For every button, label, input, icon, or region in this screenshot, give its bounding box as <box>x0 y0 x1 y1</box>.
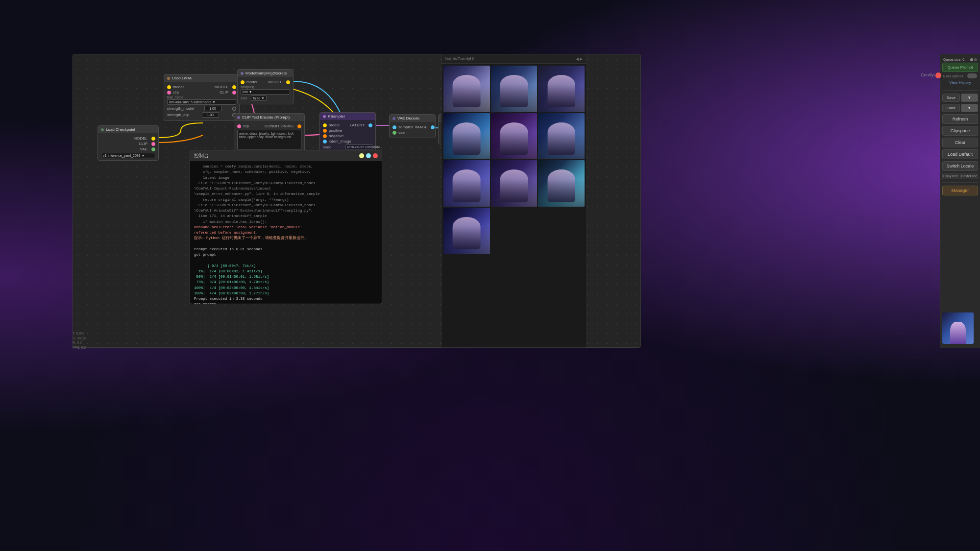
save-button[interactable]: Save <box>942 94 960 102</box>
gallery-grid <box>441 64 587 256</box>
copy-tree-button[interactable]: CopyTree <box>942 173 959 179</box>
terminal-minimize-btn[interactable] <box>359 153 364 158</box>
queue-size-label: Queue size: 0 <box>943 58 964 61</box>
gallery-header: batch/ComfyUI ◀ ▶ <box>441 54 587 64</box>
status-other: FPS: 0.0 <box>73 345 86 350</box>
node-load-checkpoint-header: Load Checkpoint <box>98 126 158 133</box>
node-vae-decode[interactable]: VAE Decode samples IMAGE vae <box>389 114 436 138</box>
node-model-sampling[interactable]: ModelSamplingDiscrete model MODEL sampli… <box>237 69 294 104</box>
extra-options-row: Extra options <box>942 73 978 78</box>
node-load-lora-header: Load LoRA <box>164 74 239 82</box>
gallery-item-2[interactable] <box>491 66 538 112</box>
gallery-item-8[interactable] <box>491 160 538 207</box>
load-button[interactable]: Load <box>942 104 960 112</box>
status-ram: G: 30.38 <box>73 336 86 341</box>
terminal-titlebar: 控制台 <box>190 150 382 161</box>
node-vae-decode-header: VAE Decode <box>390 115 435 122</box>
queue-dot-1 <box>970 58 973 61</box>
queue-dot-2 <box>974 58 977 61</box>
manager-button[interactable]: Manager <box>942 186 978 195</box>
save-load-row: Save ▼ <box>942 94 978 102</box>
clear-button[interactable]: Clear <box>942 138 978 147</box>
gallery-item-1[interactable] <box>443 66 490 112</box>
switch-locale-button[interactable]: Switch Locale <box>942 161 978 171</box>
queue-section: Queue size: 0 Queue Prompt Extra options… <box>942 58 978 85</box>
separator-1 <box>942 90 978 91</box>
node-clip-text-header: CLIP Text Encode (Prompt) <box>234 114 304 121</box>
load-default-button[interactable]: Load Default <box>942 149 978 159</box>
strength-model-input[interactable]: 1.00 <box>204 106 221 111</box>
load-row: Load ▼ <box>942 104 978 112</box>
node-load-checkpoint[interactable]: Load Checkpoint MODEL CLIP VAE v1-infere… <box>98 125 159 161</box>
copy-paste-row: CopyTree PasteFree <box>942 173 978 179</box>
queue-prompt-button[interactable]: Queue Prompt <box>942 63 978 72</box>
status-bar: T: 0.0% G: 30.38 R: 0.0 FPS: 0.0 <box>73 331 86 350</box>
gallery-item-4[interactable] <box>443 113 490 160</box>
gallery-panel: batch/ComfyUI ◀ ▶ <box>441 54 587 348</box>
gallery-label: batch/ComfyUI <box>445 56 475 61</box>
seed-input[interactable]: CTRL+SHIFT+RANDOM <box>345 144 372 149</box>
gallery-nav: ◀ ▶ <box>576 57 583 61</box>
terminal-close-btn[interactable] <box>373 153 378 158</box>
save-dropdown-button[interactable]: ▼ <box>961 94 979 102</box>
gallery-item-10[interactable] <box>443 208 490 254</box>
view-history-link[interactable]: View History <box>942 80 978 85</box>
zsnr-dropdown[interactable]: false ▼ <box>251 96 267 101</box>
avatar-preview[interactable] <box>942 312 974 344</box>
queue-size-row: Queue size: 0 <box>942 58 978 61</box>
checkpoint-dropdown[interactable]: v1-inference_yaml_2093 ▼ <box>101 153 155 158</box>
terminal-controls <box>359 153 378 158</box>
node-model-sampling-header: ModelSamplingDiscrete <box>238 70 293 77</box>
load-dropdown-button[interactable]: ▼ <box>961 104 979 112</box>
node-clip-text[interactable]: CLIP Text Encode (Prompt) clip CONDITION… <box>234 113 305 152</box>
gallery-item-5[interactable] <box>491 113 538 160</box>
separator-2 <box>942 182 978 183</box>
terminal-content[interactable]: samples = comfy.sample.sample(model, noi… <box>190 161 382 304</box>
gallery-item-9[interactable] <box>538 160 585 207</box>
gallery-item-7[interactable] <box>443 160 490 207</box>
gallery-item-3[interactable] <box>538 66 585 112</box>
clipspace-button[interactable]: Clipspace <box>942 126 978 136</box>
clip-text-textarea[interactable]: anime, dress, jewelry, 1girl,ocean, look… <box>237 130 301 149</box>
terminal-window: 控制台 samples = comfy.sample.sample(model,… <box>190 150 382 304</box>
extra-options-label: Extra options <box>943 74 963 78</box>
controls-panel: Queue size: 0 Queue Prompt Extra options… <box>940 54 980 348</box>
status-fps: T: 0.0% <box>73 331 86 336</box>
node-ksampler-header: KSampler <box>320 113 375 120</box>
paste-free-button[interactable]: PasteFree <box>960 173 978 179</box>
status-vram: R: 0.0 <box>73 340 86 345</box>
red-indicator <box>935 72 941 78</box>
extra-options-toggle[interactable] <box>967 73 977 78</box>
gallery-item-6[interactable] <box>538 113 585 160</box>
queue-dots <box>970 58 977 61</box>
lora-name-dropdown[interactable]: lcm-lora-sdv1.5.safetensors ▼ <box>167 99 236 105</box>
sampling-dropdown[interactable]: lcm ▼ <box>241 89 290 95</box>
refresh-button[interactable]: Refresh <box>942 114 978 124</box>
node-load-lora[interactable]: Load LoRA model MODEL clip CLIP lora_nam… <box>164 74 240 121</box>
terminal-maximize-btn[interactable] <box>366 153 371 158</box>
strength-clip-input[interactable]: 1.00 <box>202 112 219 118</box>
